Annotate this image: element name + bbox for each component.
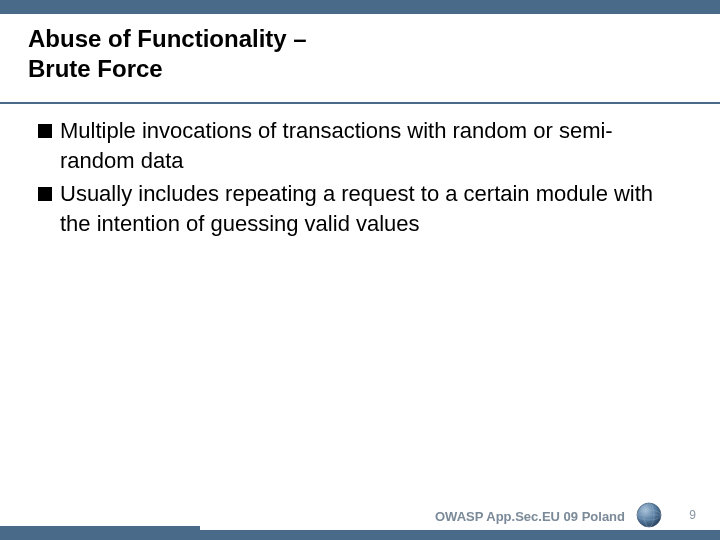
bullet-text: Multiple invocations of transactions wit…: [60, 116, 682, 175]
slide-title: Abuse of Functionality – Brute Force: [28, 24, 692, 84]
square-bullet-icon: [38, 124, 52, 138]
title-line-2: Brute Force: [28, 55, 163, 82]
bullet-text: Usually includes repeating a request to …: [60, 179, 682, 238]
title-divider: [0, 102, 720, 104]
footer-bar-accent: [0, 526, 200, 540]
list-item: Multiple invocations of transactions wit…: [38, 116, 682, 175]
list-item: Usually includes repeating a request to …: [38, 179, 682, 238]
footer-label: OWASP App.Sec.EU 09 Poland: [435, 509, 625, 524]
square-bullet-icon: [38, 187, 52, 201]
page-number: 9: [689, 508, 696, 522]
title-line-1: Abuse of Functionality –: [28, 25, 307, 52]
footer: OWASP App.Sec.EU 09 Poland 9: [0, 500, 720, 540]
content-area: Multiple invocations of transactions wit…: [0, 116, 720, 239]
globe-icon: [636, 502, 662, 528]
top-bar: [0, 0, 720, 14]
title-area: Abuse of Functionality – Brute Force: [0, 14, 720, 102]
